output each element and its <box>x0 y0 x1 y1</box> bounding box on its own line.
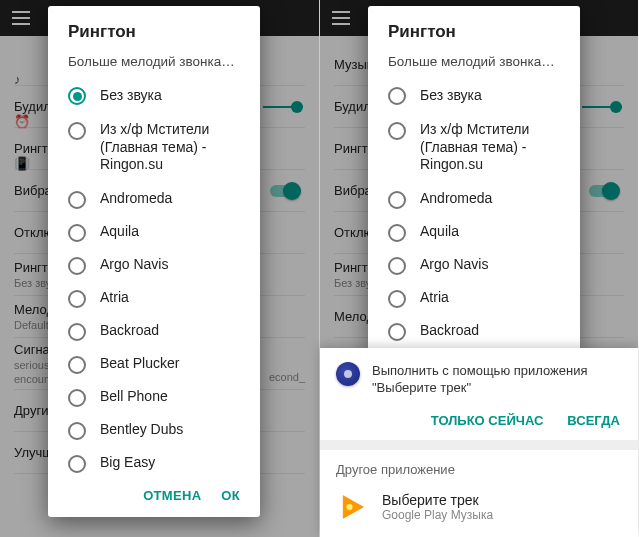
option-label: Atria <box>100 289 129 307</box>
radio-icon <box>68 191 86 209</box>
ringtone-option[interactable]: Big Easy <box>48 447 260 480</box>
ringtone-option[interactable]: Argo Navis <box>48 249 260 282</box>
ringtone-option[interactable]: Andromeda <box>368 183 580 216</box>
resolver-title: Выполнить с помощью приложения "Выберите… <box>372 362 622 397</box>
option-label: Atria <box>420 289 449 307</box>
radio-icon <box>388 323 406 341</box>
dialog-title: Рингтон <box>368 22 580 48</box>
option-list: Без звукаИз х/ф Мстители (Главная тема) … <box>48 79 260 480</box>
ringtone-option[interactable]: Из х/ф Мстители (Главная тема) - Ringon.… <box>48 112 260 183</box>
radio-icon <box>388 224 406 242</box>
ringtone-dialog: Рингтон Больше мелодий звонка… Без звука… <box>48 6 260 517</box>
radio-icon <box>68 290 86 308</box>
option-label: Argo Navis <box>420 256 488 274</box>
ringtone-option[interactable]: Без звука <box>48 79 260 112</box>
radio-icon <box>68 224 86 242</box>
ringtone-option[interactable]: Aquila <box>368 216 580 249</box>
option-label: Backroad <box>100 322 159 340</box>
dialog-actions: ОТМЕНА ОК <box>48 480 260 511</box>
play-music-icon <box>336 491 368 523</box>
option-label: Argo Navis <box>100 256 168 274</box>
radio-icon <box>388 122 406 140</box>
radio-icon <box>68 455 86 473</box>
option-list: Без звукаИз х/ф Мстители (Главная тема) … <box>368 79 580 348</box>
option-label: Из х/ф Мстители (Главная тема) - Ringon.… <box>100 121 240 174</box>
option-label: Big Easy <box>100 454 155 472</box>
resolver-bottomsheet: Выполнить с помощью приложения "Выберите… <box>320 348 638 537</box>
dialog-title: Рингтон <box>48 22 260 48</box>
option-label: Andromeda <box>420 190 492 208</box>
radio-icon <box>68 323 86 341</box>
more-ringtones[interactable]: Больше мелодий звонка… <box>48 48 260 79</box>
ok-button[interactable]: ОК <box>221 488 240 503</box>
other-app-row[interactable]: Выберите трек Google Play Музыка <box>320 481 638 537</box>
option-label: Backroad <box>420 322 479 340</box>
radio-icon <box>68 356 86 374</box>
ringtone-option[interactable]: Atria <box>368 282 580 315</box>
always-button[interactable]: ВСЕГДА <box>567 413 620 428</box>
more-ringtones[interactable]: Больше мелодий звонка… <box>368 48 580 79</box>
option-label: Bell Phone <box>100 388 168 406</box>
radio-icon <box>68 87 86 105</box>
divider <box>320 440 638 450</box>
ringtone-option[interactable]: Из х/ф Мстители (Главная тема) - Ringon.… <box>368 112 580 183</box>
screen-left: Музык ♪ Будильн ⏰ Рингто 📳 Вибраці Отклю… <box>0 0 319 537</box>
ringtone-option[interactable]: Argo Navis <box>368 249 580 282</box>
radio-icon <box>388 257 406 275</box>
other-apps-header: Другое приложение <box>320 450 638 481</box>
ringtone-option[interactable]: Beat Plucker <box>48 348 260 381</box>
ringtone-option[interactable]: Backroad <box>368 315 580 348</box>
other-app-name: Выберите трек <box>382 492 493 508</box>
cancel-button[interactable]: ОТМЕНА <box>143 488 201 503</box>
option-label: Aquila <box>420 223 459 241</box>
ringtone-dialog: Рингтон Больше мелодий звонка… Без звука… <box>368 6 580 354</box>
radio-icon <box>68 389 86 407</box>
ringtone-option[interactable]: Atria <box>48 282 260 315</box>
radio-icon <box>68 422 86 440</box>
radio-icon <box>68 122 86 140</box>
radio-icon <box>388 191 406 209</box>
radio-icon <box>68 257 86 275</box>
option-label: Beat Plucker <box>100 355 179 373</box>
option-label: Из х/ф Мстители (Главная тема) - Ringon.… <box>420 121 560 174</box>
ringtone-option[interactable]: Bentley Dubs <box>48 414 260 447</box>
ringtone-option[interactable]: Без звука <box>368 79 580 112</box>
option-label: Andromeda <box>100 190 172 208</box>
just-once-button[interactable]: ТОЛЬКО СЕЙЧАС <box>431 413 544 428</box>
option-label: Без звука <box>100 87 162 105</box>
option-label: Aquila <box>100 223 139 241</box>
ringtone-option[interactable]: Backroad <box>48 315 260 348</box>
svg-point-0 <box>346 504 352 510</box>
ringtone-option[interactable]: Bell Phone <box>48 381 260 414</box>
ringtone-option[interactable]: Aquila <box>48 216 260 249</box>
app-primary-icon <box>336 362 360 386</box>
other-app-sub: Google Play Музыка <box>382 508 493 522</box>
screen-right: Музык Будильн Рингто Вибраці Отклю Рингт… <box>319 0 638 537</box>
resolver-actions: ТОЛЬКО СЕЙЧАС ВСЕГДА <box>320 403 638 440</box>
radio-icon <box>388 87 406 105</box>
option-label: Без звука <box>420 87 482 105</box>
resolver-head: Выполнить с помощью приложения "Выберите… <box>320 348 638 403</box>
option-label: Bentley Dubs <box>100 421 183 439</box>
radio-icon <box>388 290 406 308</box>
ringtone-option[interactable]: Andromeda <box>48 183 260 216</box>
